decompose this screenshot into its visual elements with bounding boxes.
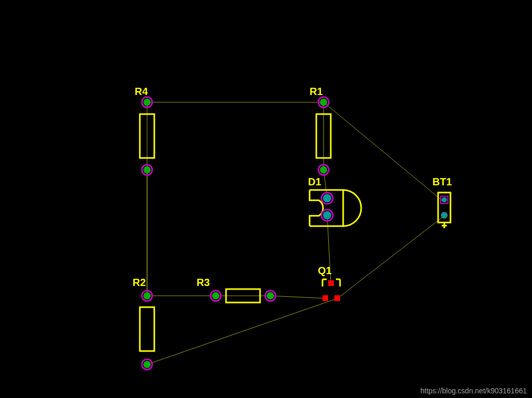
r2-label: R2 <box>133 277 146 289</box>
r4-pad1[interactable] <box>142 97 152 107</box>
svg-point-36 <box>442 197 447 202</box>
bt1-pad1[interactable] <box>441 196 448 203</box>
r2-pad2[interactable] <box>142 359 152 370</box>
q1-pad2[interactable] <box>323 295 328 301</box>
svg-point-30 <box>267 292 274 299</box>
svg-line-4 <box>324 102 444 202</box>
pads <box>142 97 448 370</box>
svg-point-16 <box>143 99 151 106</box>
ratsnest-lines <box>147 102 444 364</box>
r3-pad1[interactable] <box>211 291 221 301</box>
svg-point-18 <box>143 166 151 173</box>
svg-line-9 <box>270 296 326 298</box>
svg-point-22 <box>320 166 327 173</box>
svg-point-28 <box>212 292 219 299</box>
svg-point-37 <box>441 212 447 218</box>
q1-label: Q1 <box>318 265 332 277</box>
svg-point-32 <box>323 194 331 202</box>
svg-point-26 <box>143 361 151 368</box>
svg-point-20 <box>320 99 327 106</box>
pcb-canvas <box>0 0 532 398</box>
r1-label: R1 <box>310 86 323 98</box>
watermark-text: https://blog.csdn.net/k903161661 <box>421 387 527 395</box>
r4-pad2[interactable] <box>142 165 152 175</box>
r3-pad2[interactable] <box>265 291 276 301</box>
svg-line-10 <box>147 298 337 364</box>
svg-rect-39 <box>323 295 328 301</box>
svg-rect-38 <box>328 280 334 286</box>
r3-label: R3 <box>197 277 210 289</box>
r2-pad1[interactable] <box>142 291 152 301</box>
r1-pad2[interactable] <box>318 165 329 175</box>
svg-line-11 <box>337 216 444 298</box>
svg-rect-40 <box>334 295 340 301</box>
d1-label: D1 <box>308 176 321 188</box>
bt1-pad2[interactable] <box>441 212 447 218</box>
q1-pad3[interactable] <box>334 295 340 301</box>
r1-pad1[interactable] <box>318 97 329 107</box>
d1-body[interactable] <box>310 190 361 226</box>
component-outlines <box>140 114 450 351</box>
r2-body[interactable] <box>140 307 154 351</box>
d1-pad2[interactable] <box>321 210 333 221</box>
bt1-label: BT1 <box>432 176 452 188</box>
svg-point-24 <box>143 292 151 299</box>
svg-point-34 <box>323 211 331 219</box>
r4-label: R4 <box>135 86 148 98</box>
q1-pad1[interactable] <box>328 280 334 286</box>
d1-pad1[interactable] <box>321 193 333 204</box>
